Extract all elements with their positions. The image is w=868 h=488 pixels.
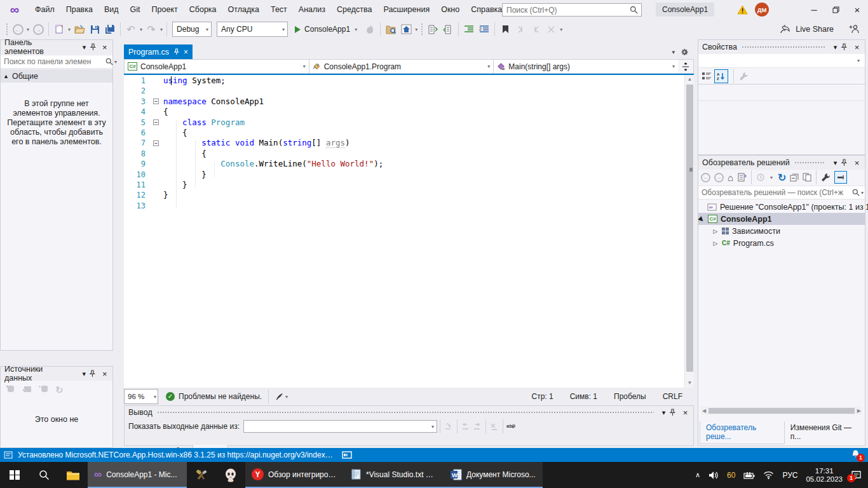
- toolbar-grip[interactable]: [6, 23, 8, 36]
- line-number[interactable]: 12: [124, 190, 153, 200]
- code-cleanup-dropdown[interactable]: ▾: [284, 394, 289, 400]
- properties-pin-icon[interactable]: [841, 43, 851, 51]
- clear-all-icon[interactable]: [489, 421, 500, 431]
- line-number[interactable]: 10: [124, 170, 153, 180]
- menu-project[interactable]: Проект: [146, 0, 184, 19]
- scroll-right-arrow[interactable]: ▶: [856, 408, 862, 414]
- clear-bookmarks-icon[interactable]: [543, 22, 559, 37]
- tray-chevron-icon[interactable]: ∧: [695, 471, 700, 479]
- tree-row-project[interactable]: ▶ C# ConsoleApp1: [698, 213, 865, 225]
- toolbox-search-box[interactable]: ▾: [1, 55, 112, 69]
- line-number[interactable]: 5: [124, 118, 153, 128]
- collapse-all-icon[interactable]: [790, 173, 799, 182]
- tree-row-program-cs[interactable]: ▷ C# Program.cs: [698, 237, 865, 249]
- taskbar-word-button[interactable]: W Документ Microso...: [444, 462, 543, 488]
- toggle-bookmark-icon[interactable]: [498, 22, 513, 37]
- toolbox-close-icon[interactable]: ×: [100, 43, 110, 52]
- property-pages-wrench-icon[interactable]: [739, 72, 749, 81]
- code-line[interactable]: 3−namespace ConsoleApp1: [124, 97, 684, 107]
- fold-gutter[interactable]: −: [153, 138, 163, 148]
- solution-explorer-hscrollbar[interactable]: ◀ ▶: [701, 407, 862, 415]
- output-pin-icon[interactable]: [669, 409, 680, 416]
- taskbar-search-button[interactable]: [29, 462, 58, 488]
- categorized-view-icon[interactable]: [702, 72, 712, 81]
- menu-git[interactable]: Git: [125, 0, 146, 19]
- preview-selected-items-toggle[interactable]: [834, 171, 847, 184]
- se-back-icon[interactable]: ←: [701, 173, 710, 182]
- project-dropdown[interactable]: C# ConsoleApp1▾: [125, 60, 309, 73]
- menu-build[interactable]: Сборка: [184, 0, 222, 19]
- toolbox-group-general[interactable]: ▲ Общие: [1, 69, 112, 83]
- solution-explorer-pin-icon[interactable]: [841, 159, 851, 166]
- code-line[interactable]: 12}: [124, 190, 684, 200]
- bookmarks-overflow-dropdown[interactable]: ▾: [559, 27, 564, 32]
- find-message-icon[interactable]: [443, 421, 454, 431]
- taskbar-clock[interactable]: 17:31 05.02.2023: [806, 467, 843, 484]
- collapse-region-icon[interactable]: −: [153, 140, 159, 146]
- taskbar-notepad-button[interactable]: *Visual Studio.txt – ...: [344, 462, 444, 488]
- navigate-back-icon[interactable]: ←: [10, 22, 25, 37]
- previous-bookmark-icon[interactable]: [513, 22, 528, 37]
- menu-tools[interactable]: Средства: [331, 0, 377, 19]
- pin-icon[interactable]: [173, 48, 179, 55]
- code-line[interactable]: 10 }: [124, 170, 684, 180]
- navigate-back-dropdown[interactable]: ▾: [25, 27, 31, 32]
- data-sources-menu-dropdown[interactable]: ▾: [79, 370, 89, 378]
- line-number[interactable]: 1: [124, 76, 153, 86]
- menu-test[interactable]: Тест: [265, 0, 293, 19]
- tree-row-dependencies[interactable]: ▷ Зависимости: [698, 225, 865, 237]
- live-share-label[interactable]: Live Share: [796, 25, 834, 34]
- new-project-icon[interactable]: *: [51, 22, 67, 37]
- code-line[interactable]: 8 {: [124, 149, 684, 159]
- show-all-files-icon[interactable]: [425, 22, 440, 37]
- start-button[interactable]: [0, 462, 29, 488]
- status-spaces[interactable]: Пробелы: [614, 392, 646, 401]
- quick-search-box[interactable]: [502, 3, 642, 17]
- collapse-region-icon[interactable]: −: [153, 98, 159, 104]
- data-sources-close-icon[interactable]: ×: [100, 369, 110, 379]
- expander-open-icon[interactable]: ▶: [697, 214, 706, 223]
- configuration-combo[interactable]: Debug▾: [172, 22, 212, 37]
- quick-search-input[interactable]: [503, 6, 630, 15]
- menu-debug[interactable]: Отладка: [222, 0, 265, 19]
- toolbar-grip-2[interactable]: [421, 23, 423, 36]
- new-project-dropdown[interactable]: ▾: [67, 27, 72, 32]
- code-line[interactable]: 13: [124, 201, 684, 211]
- edit-data-source-icon[interactable]: *: [39, 384, 49, 396]
- properties-menu-dropdown[interactable]: ▾: [830, 43, 841, 51]
- add-data-source-icon[interactable]: +: [6, 384, 16, 396]
- decrease-indent-icon[interactable]: [461, 22, 477, 37]
- menu-view[interactable]: Вид: [98, 0, 125, 19]
- sync-selection-icon[interactable]: [803, 173, 811, 182]
- switch-views-icon[interactable]: [737, 173, 747, 182]
- scroll-up-arrow[interactable]: ▲: [685, 75, 694, 84]
- health-message[interactable]: Проблемы не найдены.: [179, 392, 262, 401]
- code-line[interactable]: 4{: [124, 107, 684, 117]
- menu-window[interactable]: Окно: [435, 0, 465, 19]
- toolbox-search-input[interactable]: [1, 57, 105, 66]
- taskbar-game-tools-button[interactable]: [187, 462, 216, 488]
- redo-icon[interactable]: ↷: [144, 22, 159, 37]
- file-explorer-button[interactable]: [58, 462, 88, 488]
- solution-explorer-search-input[interactable]: [698, 188, 852, 197]
- document-list-dropdown[interactable]: ▾: [672, 49, 675, 55]
- menu-edit[interactable]: Правка: [60, 0, 98, 19]
- tree-row-solution[interactable]: ∞ Решение "ConsoleApp1" (проекты: 1 из 1…: [698, 201, 865, 213]
- navigate-forward-icon[interactable]: →: [31, 22, 46, 37]
- code-line[interactable]: 11 }: [124, 180, 684, 190]
- se-forward-icon[interactable]: →: [714, 173, 724, 182]
- increase-indent-icon[interactable]: 2: [477, 22, 492, 37]
- code-line[interactable]: 6 {: [124, 128, 684, 138]
- status-message[interactable]: Установлено Microsoft.NETCore.App.Host.w…: [18, 451, 333, 459]
- save-all-icon[interactable]: [102, 22, 118, 37]
- configure-data-source-icon[interactable]: [22, 384, 32, 396]
- minimize-button[interactable]: ─: [803, 0, 825, 19]
- output-header[interactable]: Вывод ▾ ×: [125, 406, 693, 419]
- tab-git-changes[interactable]: Изменения Git — п...: [785, 421, 865, 444]
- properties-close-icon[interactable]: ×: [851, 43, 862, 52]
- open-file-icon[interactable]: [72, 22, 87, 37]
- code-cleanup-quill-icon[interactable]: [275, 392, 284, 401]
- data-sources-header[interactable]: Источники данных ▾ ×: [1, 367, 112, 381]
- warning-icon[interactable]: [737, 5, 748, 15]
- redo-dropdown[interactable]: ▾: [159, 27, 164, 32]
